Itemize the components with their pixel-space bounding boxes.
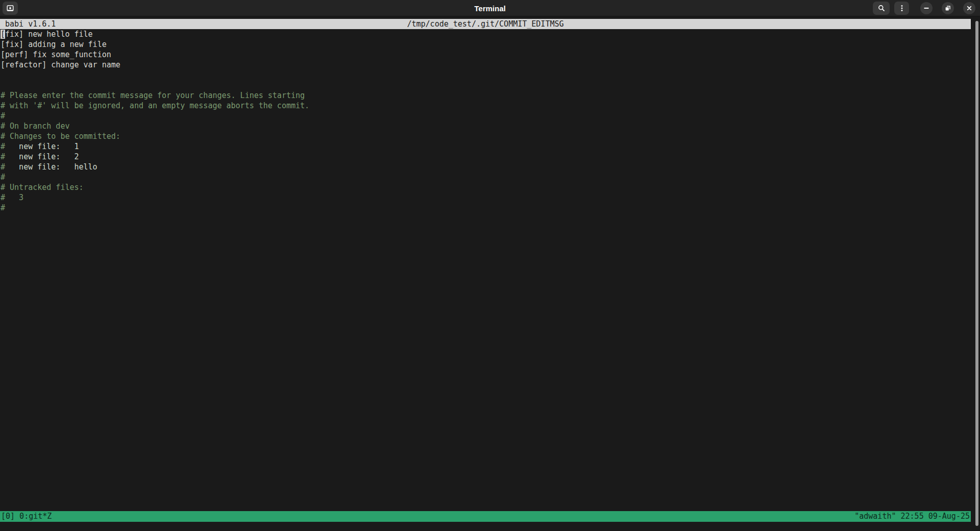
- editor-line: [fix] new hello file: [1, 29, 971, 39]
- editor-line: # On branch dev: [1, 121, 971, 131]
- kebab-menu-icon: [898, 4, 906, 12]
- editor-line: # new file: hello: [1, 162, 971, 172]
- editor-line: #: [1, 172, 971, 182]
- tmux-session-window-label: [0] 0:git*Z: [1, 511, 52, 522]
- tmux-host-clock-label: "adwaith" 22:55 09-Aug-25: [854, 511, 970, 522]
- editor-line: # Changes to be committed:: [1, 131, 971, 141]
- headerbar: Terminal: [0, 0, 980, 16]
- scrollbar-thumb[interactable]: [975, 21, 978, 526]
- editor-line: [1, 70, 971, 80]
- close-icon: [966, 5, 973, 12]
- terminal-screen[interactable]: [fix] new hello file[fix] adding a new f…: [1, 29, 971, 213]
- editor-line: [1, 80, 971, 90]
- minimize-icon: [923, 5, 930, 12]
- editor-line: [fix] adding a new file: [1, 39, 971, 50]
- editor-line: #: [1, 111, 971, 121]
- editor-line: # Untracked files:: [1, 182, 971, 192]
- restore-window-icon: [944, 5, 951, 12]
- editor-line: #: [1, 203, 971, 213]
- close-button[interactable]: [963, 2, 975, 14]
- babi-header-bar: babi v1.6.1 /tmp/code_test/.git/COMMIT_E…: [0, 19, 971, 29]
- search-icon: [877, 4, 886, 12]
- editor-line: [refactor] change var name: [1, 60, 971, 70]
- restore-button[interactable]: [942, 2, 954, 14]
- minimize-button[interactable]: [920, 2, 933, 14]
- editor-line: [perf] fix some_function: [1, 50, 971, 60]
- editor-line: # 3: [1, 192, 971, 203]
- tmux-status-bar: [0] 0:git*Z "adwaith" 22:55 09-Aug-25: [0, 511, 971, 522]
- window-title: Terminal: [0, 0, 980, 16]
- search-button[interactable]: [873, 2, 890, 15]
- new-tab-icon: [6, 4, 14, 12]
- editor-line: # Please enter the commit message for yo…: [1, 90, 971, 101]
- editor-line: # new file: 2: [1, 152, 971, 162]
- file-path-label: /tmp/code_test/.git/COMMIT_EDITMSG: [0, 19, 971, 29]
- menu-button[interactable]: [894, 2, 909, 15]
- new-tab-button[interactable]: [3, 2, 18, 15]
- editor-line: # with '#' will be ignored, and an empty…: [1, 101, 971, 111]
- editor-line: # new file: 1: [1, 141, 971, 152]
